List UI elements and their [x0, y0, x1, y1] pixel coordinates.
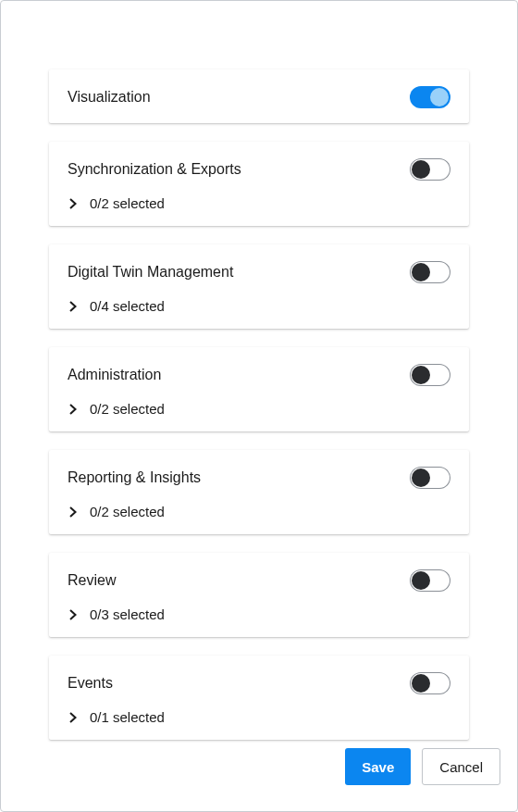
- selected-count: 0/2 selected: [90, 504, 165, 519]
- section-events: Events 0/1 selected: [49, 656, 469, 740]
- selected-count: 0/2 selected: [90, 195, 165, 211]
- selected-count: 0/4 selected: [90, 298, 165, 314]
- section-synchronization-exports: Synchronization & Exports 0/2 selected: [49, 142, 469, 226]
- section-title: Administration: [68, 367, 161, 383]
- selected-count: 0/3 selected: [90, 606, 165, 622]
- section-header: Visualization: [68, 86, 450, 108]
- toggle-review[interactable]: [410, 569, 450, 592]
- section-expand-row[interactable]: 0/1 selected: [68, 709, 450, 725]
- section-title: Visualization: [68, 89, 151, 106]
- section-digital-twin-management: Digital Twin Management 0/4 selected: [49, 244, 469, 329]
- section-review: Review 0/3 selected: [49, 553, 469, 637]
- selected-count: 0/2 selected: [90, 401, 165, 417]
- settings-list: Visualization Synchronization & Exports …: [1, 1, 517, 748]
- section-header: Administration: [68, 364, 450, 386]
- section-header: Events: [68, 672, 450, 694]
- chevron-right-icon: [68, 712, 79, 723]
- toggle-synchronization-exports[interactable]: [410, 158, 450, 181]
- chevron-right-icon: [68, 301, 79, 312]
- chevron-right-icon: [68, 609, 79, 620]
- toggle-visualization[interactable]: [410, 86, 450, 108]
- section-expand-row[interactable]: 0/2 selected: [68, 401, 450, 417]
- cancel-button[interactable]: Cancel: [422, 748, 500, 785]
- section-header: Review: [68, 569, 450, 592]
- section-header: Reporting & Insights: [68, 467, 450, 489]
- save-button[interactable]: Save: [345, 748, 411, 785]
- section-visualization: Visualization: [49, 69, 469, 123]
- section-expand-row[interactable]: 0/2 selected: [68, 504, 450, 519]
- toggle-digital-twin-management[interactable]: [410, 261, 450, 283]
- section-expand-row[interactable]: 0/2 selected: [68, 195, 450, 211]
- section-header: Synchronization & Exports: [68, 158, 450, 181]
- section-reporting-insights: Reporting & Insights 0/2 selected: [49, 450, 469, 534]
- settings-panel: Visualization Synchronization & Exports …: [0, 0, 518, 812]
- toggle-events[interactable]: [410, 672, 450, 694]
- toggle-administration[interactable]: [410, 364, 450, 386]
- section-title: Digital Twin Management: [68, 264, 233, 281]
- chevron-right-icon: [68, 506, 79, 518]
- section-header: Digital Twin Management: [68, 261, 450, 283]
- chevron-right-icon: [68, 198, 79, 209]
- chevron-right-icon: [68, 404, 79, 415]
- section-title: Events: [68, 675, 113, 692]
- footer-actions: Save Cancel: [1, 748, 517, 811]
- section-title: Reporting & Insights: [68, 469, 201, 486]
- toggle-reporting-insights[interactable]: [410, 467, 450, 489]
- section-administration: Administration 0/2 selected: [49, 347, 469, 431]
- section-expand-row[interactable]: 0/4 selected: [68, 298, 450, 314]
- section-title: Review: [68, 572, 116, 589]
- selected-count: 0/1 selected: [90, 709, 165, 725]
- section-expand-row[interactable]: 0/3 selected: [68, 606, 450, 622]
- section-title: Synchronization & Exports: [68, 161, 241, 178]
